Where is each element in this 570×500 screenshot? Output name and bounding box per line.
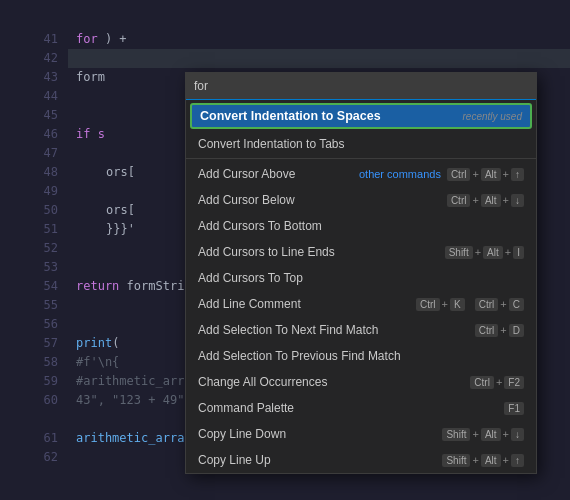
menu-label-copy-line-up: Copy Line Up bbox=[198, 453, 442, 467]
menu-item-copy-line-up[interactable]: Copy Line Up Shift+Alt+↑ bbox=[186, 447, 536, 473]
menu-label-add-selection-prev: Add Selection To Previous Find Match bbox=[198, 349, 524, 363]
line-num-blank bbox=[0, 410, 68, 429]
menu-label-change-all: Change All Occurrences bbox=[198, 375, 470, 389]
shortcut-change-all: Ctrl+F2 bbox=[470, 376, 524, 389]
line-num-62: 62 bbox=[0, 448, 68, 467]
menu-label-add-cursors-bottom: Add Cursors To Bottom bbox=[198, 219, 524, 233]
menu-item-add-line-comment[interactable]: Add Line Comment Ctrl+K Ctrl+C bbox=[186, 291, 536, 317]
line-num-49: 49 bbox=[0, 182, 68, 201]
menu-label-convert-tabs: Convert Indentation to Tabs bbox=[198, 137, 524, 151]
menu-label-add-line-comment: Add Line Comment bbox=[198, 297, 416, 311]
line-num-61: 61 bbox=[0, 429, 68, 448]
line-num-48: 48 bbox=[0, 163, 68, 182]
menu-item-add-cursors-bottom[interactable]: Add Cursors To Bottom bbox=[186, 213, 536, 239]
line-num-46: 46 bbox=[0, 125, 68, 144]
line-num-43: 43 bbox=[0, 68, 68, 87]
menu-label-add-cursors-line-ends: Add Cursors to Line Ends bbox=[198, 245, 445, 259]
command-search-input[interactable] bbox=[190, 75, 532, 97]
menu-item-copy-line-down[interactable]: Copy Line Down Shift+Alt+↓ bbox=[186, 421, 536, 447]
recently-used-badge: recently used bbox=[463, 111, 522, 122]
line-numbers: 41 42 43 44 45 46 47 48 49 50 51 52 53 5… bbox=[0, 0, 68, 467]
menu-item-add-cursors-line-ends[interactable]: Add Cursors to Line Ends Shift+Alt+I bbox=[186, 239, 536, 265]
line-num-42: 42 bbox=[0, 49, 68, 68]
shortcut-copy-line-up: Shift+Alt+↑ bbox=[442, 454, 524, 467]
menu-item-add-selection-prev[interactable]: Add Selection To Previous Find Match bbox=[186, 343, 536, 369]
menu-item-add-cursor-above[interactable]: Add Cursor Above other commands Ctrl+Alt… bbox=[186, 161, 536, 187]
shortcut-add-line-comment: Ctrl+K Ctrl+C bbox=[416, 298, 524, 311]
menu-item-change-all[interactable]: Change All Occurrences Ctrl+F2 bbox=[186, 369, 536, 395]
menu-item-convert-tabs[interactable]: Convert Indentation to Tabs bbox=[186, 132, 536, 156]
shortcut-command-palette: F1 bbox=[504, 402, 524, 415]
line-num-57: 57 bbox=[0, 334, 68, 353]
line-num-44: 44 bbox=[0, 87, 68, 106]
menu-label-copy-line-down: Copy Line Down bbox=[198, 427, 442, 441]
menu-label-add-selection-next: Add Selection To Next Find Match bbox=[198, 323, 475, 337]
line-num-45: 45 bbox=[0, 106, 68, 125]
shortcut-add-selection-next: Ctrl+D bbox=[475, 324, 524, 337]
line-num-51: 51 bbox=[0, 220, 68, 239]
line-num-59: 59 bbox=[0, 372, 68, 391]
shortcut-add-cursor-below: Ctrl+Alt+↓ bbox=[447, 194, 524, 207]
menu-item-command-palette[interactable]: Command Palette F1 bbox=[186, 395, 536, 421]
shortcut-copy-line-down: Shift+Alt+↓ bbox=[442, 428, 524, 441]
context-menu: Convert Indentation to Spaces recently u… bbox=[185, 72, 537, 474]
line-num-52: 52 bbox=[0, 239, 68, 258]
menu-item-add-cursors-top[interactable]: Add Cursors To Top bbox=[186, 265, 536, 291]
line-num-56: 56 bbox=[0, 315, 68, 334]
menu-item-convert-spaces[interactable]: Convert Indentation to Spaces recently u… bbox=[190, 103, 532, 129]
menu-item-add-selection-next[interactable]: Add Selection To Next Find Match Ctrl+D bbox=[186, 317, 536, 343]
menu-item-add-cursor-below[interactable]: Add Cursor Below Ctrl+Alt+↓ bbox=[186, 187, 536, 213]
line-num-58: 58 bbox=[0, 353, 68, 372]
menu-label-command-palette: Command Palette bbox=[198, 401, 504, 415]
menu-label-add-cursors-top: Add Cursors To Top bbox=[198, 271, 524, 285]
menu-label-convert-spaces: Convert Indentation to Spaces bbox=[200, 109, 463, 123]
line-num-60: 60 bbox=[0, 391, 68, 410]
line-num-41: 41 bbox=[0, 30, 68, 49]
other-commands-link[interactable]: other commands bbox=[359, 168, 441, 180]
menu-separator-1 bbox=[186, 158, 536, 159]
line-num-53: 53 bbox=[0, 258, 68, 277]
shortcut-add-cursor-above: Ctrl+Alt+↑ bbox=[447, 168, 524, 181]
shortcut-add-cursors-line-ends: Shift+Alt+I bbox=[445, 246, 524, 259]
line-num-50: 50 bbox=[0, 201, 68, 220]
line-num-47: 47 bbox=[0, 144, 68, 163]
line-num-54: 54 bbox=[0, 277, 68, 296]
line-num-55: 55 bbox=[0, 296, 68, 315]
menu-label-add-cursor-above: Add Cursor Above bbox=[198, 167, 359, 181]
menu-label-add-cursor-below: Add Cursor Below bbox=[198, 193, 447, 207]
